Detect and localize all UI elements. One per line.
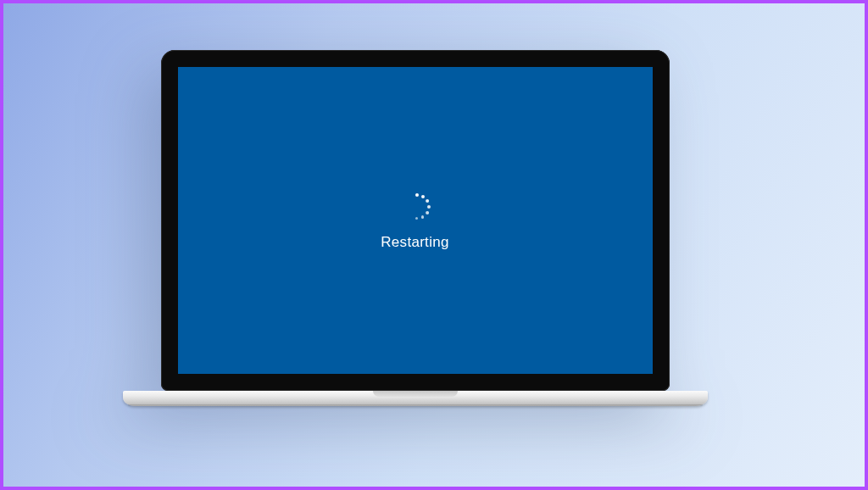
- status-text: Restarting: [381, 234, 448, 251]
- laptop-lid: Restarting: [161, 50, 670, 391]
- loading-spinner-icon: [400, 190, 431, 220]
- windows-restart-screen: Restarting: [178, 67, 653, 374]
- image-frame: Restarting: [0, 0, 868, 490]
- laptop-device: Restarting: [161, 50, 708, 406]
- laptop-base: [123, 391, 708, 406]
